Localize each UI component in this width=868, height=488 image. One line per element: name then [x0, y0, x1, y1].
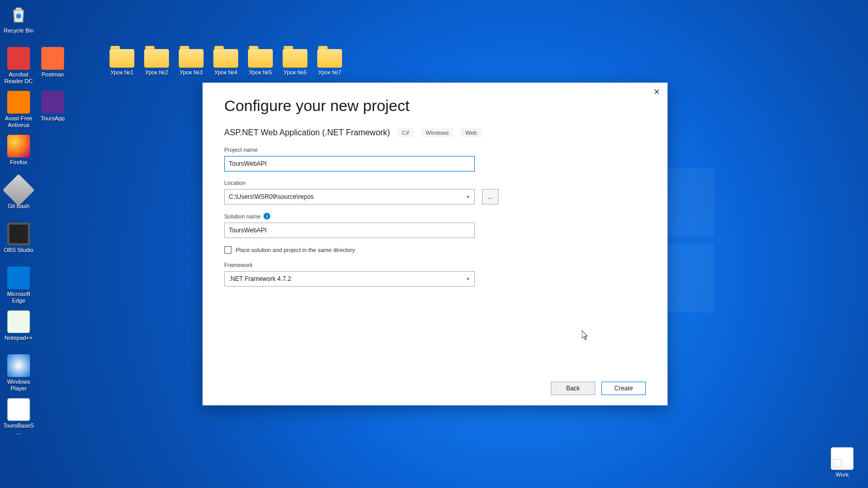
desktop-icon-microsoft-edge[interactable]: Microsoft Edge [3, 266, 34, 304]
close-button[interactable]: ✕ [649, 86, 664, 98]
desktop-icon-firefox[interactable]: Firefox [3, 135, 34, 166]
framework-value: .NET Framework 4.7.2 [229, 275, 291, 282]
framework-combo[interactable]: .NET Framework 4.7.2 ▼ [224, 271, 475, 287]
desktop-icon-label: Урок №2 [141, 69, 172, 76]
desktop-icon-git-bash[interactable]: Git Bash [3, 179, 34, 210]
desktop-icon-label: Урок №3 [176, 69, 207, 76]
desktop-icon--7[interactable]: Урок №7 [314, 49, 345, 76]
same-directory-checkbox[interactable] [224, 246, 231, 254]
create-button[interactable]: Create [601, 382, 646, 395]
recycle-icon [7, 3, 30, 26]
desktop-icon-label: Windows Player [3, 379, 34, 391]
desktop-icon-label: ToursApp [37, 115, 68, 122]
desktop-icon-notepad-[interactable]: Notepad++ [3, 310, 34, 341]
desktop-icon-work[interactable]: Work [827, 447, 858, 478]
solution-name-input[interactable] [224, 223, 475, 238]
desktop-icon--6[interactable]: Урок №6 [280, 49, 311, 76]
desktop-icon-label: Урок №1 [106, 69, 137, 76]
folder-icon [248, 49, 273, 68]
folder-icon [179, 49, 204, 68]
desktop-icon-label: Postman [37, 71, 68, 78]
desktop-icon-label: Work [827, 471, 858, 478]
info-icon[interactable]: i [264, 213, 270, 219]
chevron-down-icon: ▼ [464, 195, 472, 199]
desktop-icon--3[interactable]: Урок №3 [176, 49, 207, 76]
framework-label: Framework [224, 262, 646, 268]
edge-icon [7, 266, 30, 289]
desktop-icon-toursbases-[interactable]: ToursBaseS... [3, 398, 34, 435]
same-directory-label: Place solution and project in the same d… [236, 247, 355, 253]
desktop-icon--4[interactable]: Урок №4 [210, 49, 241, 76]
browse-button[interactable]: ... [482, 189, 499, 204]
tag-type: Web [460, 128, 481, 137]
doc-icon [831, 447, 854, 470]
back-button[interactable]: Back [551, 382, 595, 395]
npp-icon [7, 310, 30, 333]
desktop-icon-label: Microsoft Edge [3, 291, 34, 304]
svg-point-0 [16, 13, 21, 19]
gitbash-icon [3, 174, 35, 206]
obs-icon [7, 223, 30, 245]
desktop-icon-windows-player[interactable]: Windows Player [3, 354, 34, 391]
desktop-icon-recycle-bin[interactable]: Recycle Bin [3, 3, 34, 34]
desktop-icon-toursapp[interactable]: ToursApp [37, 91, 68, 122]
folder-icon [110, 49, 134, 68]
folder-icon [213, 49, 238, 68]
location-label: Location [224, 180, 646, 186]
dialog-title: Configure your new project [224, 97, 646, 115]
desktop-icon-postman[interactable]: Postman [37, 47, 68, 78]
desktop-icon-label: Notepad++ [3, 335, 34, 341]
template-name: ASP.NET Web Application (.NET Framework) [224, 128, 390, 137]
folder-icon [144, 49, 169, 68]
desktop-icon-label: Avast Free Antivirus [3, 115, 34, 128]
desktop-icon-label: Урок №5 [245, 69, 276, 76]
desktop-icon-label: Firefox [3, 159, 34, 166]
folder-icon [317, 49, 342, 68]
project-name-label: Project name [224, 147, 646, 153]
location-combo[interactable]: C:\Users\WSR09\source\repos ▼ [224, 189, 475, 204]
avast-icon [7, 91, 30, 114]
tag-language: C# [397, 128, 414, 137]
folder-icon [283, 49, 307, 68]
desktop-icon-avast-free-antivirus[interactable]: Avast Free Antivirus [3, 91, 34, 128]
desktop-icon--5[interactable]: Урок №5 [245, 49, 276, 76]
new-project-dialog: ✕ Configure your new project ASP.NET Web… [203, 83, 668, 405]
vs-icon [41, 91, 64, 114]
postman-icon [41, 47, 64, 70]
desktop-icon--2[interactable]: Урок №2 [141, 49, 172, 76]
acrobat-icon [7, 47, 30, 70]
solution-name-label: Solution name [224, 213, 260, 219]
desktop-icon-acrobat-reader-dc[interactable]: Acrobat Reader DC [3, 47, 34, 84]
chevron-down-icon: ▼ [464, 277, 472, 281]
firefox-icon [7, 135, 30, 158]
desktop-icon--1[interactable]: Урок №1 [106, 49, 137, 76]
desktop-icon-label: Урок №7 [314, 69, 345, 76]
location-value: C:\Users\WSR09\source\repos [229, 193, 314, 200]
desktop-icon-label: Урок №6 [280, 69, 311, 76]
tag-platform: Windows [421, 128, 454, 137]
desktop-icon-label: Урок №4 [210, 69, 241, 76]
sql-icon [7, 398, 30, 421]
desktop-icon-label: ToursBaseS... [3, 422, 34, 435]
project-name-input[interactable] [224, 156, 475, 171]
desktop-icon-obs-studio[interactable]: OBS Studio [3, 223, 34, 254]
desktop-icon-label: Acrobat Reader DC [3, 71, 34, 84]
wmp-icon [7, 354, 30, 377]
desktop-icon-label: Recycle Bin [3, 27, 34, 34]
desktop-icon-label: OBS Studio [3, 247, 34, 254]
